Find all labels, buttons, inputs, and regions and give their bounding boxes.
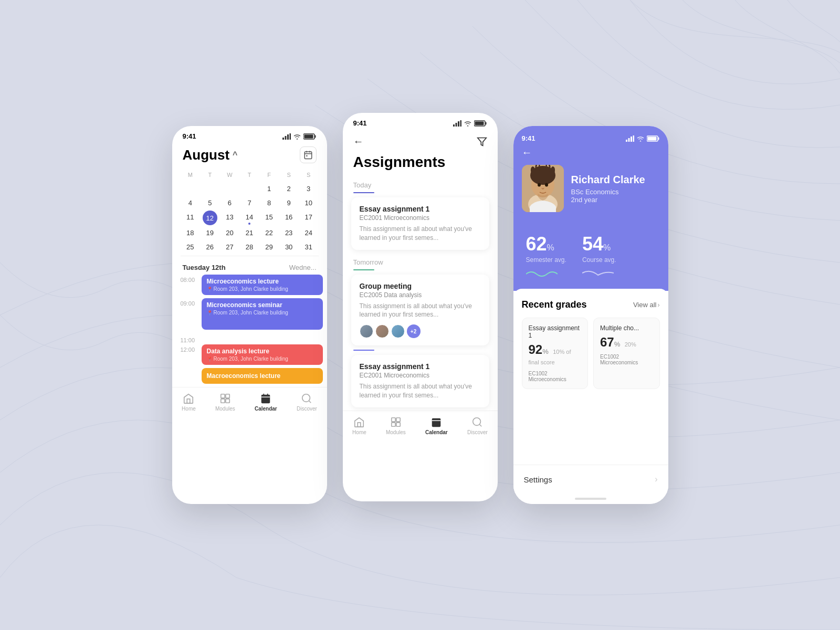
cal-day[interactable]: 19 xyxy=(200,226,220,239)
svg-rect-33 xyxy=(392,423,395,426)
modules-icon xyxy=(219,393,231,404)
cal-day[interactable]: 31 xyxy=(299,240,319,254)
calendar-header: August ^ xyxy=(172,142,327,170)
today-cell[interactable]: 12 xyxy=(203,211,217,225)
cal-day[interactable]: 27 xyxy=(220,240,240,254)
cal-day[interactable]: 16 xyxy=(279,211,299,225)
cal-day[interactable]: 5 xyxy=(200,196,220,209)
cal-day[interactable]: 26 xyxy=(200,240,220,254)
grade-card-1[interactable]: Essay assignment 1 92% 10% of final scor… xyxy=(522,318,589,389)
svg-rect-24 xyxy=(458,121,459,127)
filter-icon[interactable] xyxy=(477,136,487,147)
cal-day[interactable]: 2 xyxy=(279,182,299,195)
back-button-2[interactable]: ← xyxy=(353,135,364,148)
cal-day[interactable]: 1 xyxy=(259,182,279,195)
svg-rect-32 xyxy=(396,418,400,422)
cal-day[interactable]: 20 xyxy=(220,226,240,239)
event-data-analysis[interactable]: Data analysis lecture 📍 Room 203, John C… xyxy=(202,344,323,365)
svg-line-37 xyxy=(480,424,482,426)
calendar-icon-btn[interactable] xyxy=(300,146,317,163)
discover-icon-2 xyxy=(471,416,483,428)
status-icons-1 xyxy=(282,133,317,140)
scroll-indicator xyxy=(575,498,606,500)
cal-day[interactable]: 11 xyxy=(181,211,201,225)
month-title[interactable]: August ^ xyxy=(183,147,238,163)
nav-modules-2[interactable]: Modules xyxy=(386,416,406,435)
bottom-nav-2: Home Modules Calendar xyxy=(343,411,498,444)
days-header: M T W T F S S xyxy=(172,170,327,180)
cal-day[interactable]: 15 xyxy=(259,211,279,225)
nav-calendar-2[interactable]: Calendar xyxy=(425,416,448,435)
cal-day[interactable]: 24 xyxy=(299,226,319,239)
grade-card-2[interactable]: Multiple cho... 67% 20% EC1002Microecono… xyxy=(593,318,660,389)
assignment-card-1[interactable]: Essay assignment 1 EC2001 Microeconomics… xyxy=(351,197,489,250)
section-tomorrow-underline xyxy=(353,269,374,270)
cal-day[interactable]: 17 xyxy=(299,211,319,225)
profile-body: Recent grades View all › Essay assignmen… xyxy=(513,291,668,504)
cal-day[interactable]: 21 xyxy=(239,226,259,239)
home-icon-2 xyxy=(353,416,365,428)
signal-icon xyxy=(282,133,291,140)
settings-row[interactable]: Settings › xyxy=(513,465,668,494)
signal-icon-3 xyxy=(626,135,634,142)
cal-day[interactable]: 18 xyxy=(181,226,201,239)
svg-rect-38 xyxy=(626,140,627,142)
svg-rect-15 xyxy=(221,399,225,403)
cal-day[interactable]: 30 xyxy=(279,240,299,254)
cal-day[interactable]: 14 xyxy=(239,211,259,225)
schedule: 08:00 Microeconomics lecture 📍 Room 203,… xyxy=(172,275,327,387)
nav-home-1[interactable]: Home xyxy=(182,393,196,412)
svg-rect-2 xyxy=(287,134,289,140)
svg-rect-39 xyxy=(628,138,629,142)
cal-day[interactable]: 4 xyxy=(181,196,201,209)
section-tomorrow-label: Tomorrow xyxy=(343,254,498,268)
grades-section: Recent grades View all › Essay assignmen… xyxy=(513,289,668,397)
cal-day[interactable]: 23 xyxy=(279,226,299,239)
calendar-grid: 1 2 3 4 5 6 7 8 9 10 11 12 13 14 15 16 1… xyxy=(172,182,327,254)
cal-day[interactable]: 13 xyxy=(220,211,240,225)
avatar-group: +2 xyxy=(360,324,481,338)
status-icons-2 xyxy=(453,120,487,127)
phone-calendar: 9:41 xyxy=(172,126,327,504)
semester-wave xyxy=(526,268,558,278)
status-bar-3: 9:41 xyxy=(522,132,660,146)
event-microeconomics-seminar[interactable]: Microeconomics seminar 📍 Room 203, John … xyxy=(202,298,323,330)
phone-assignments: 9:41 xyxy=(343,113,498,501)
event-macroeconomics[interactable]: Macroeconomics lecture xyxy=(202,368,323,384)
cal-day[interactable]: 22 xyxy=(259,226,279,239)
cal-day[interactable]: 6 xyxy=(220,196,240,209)
event-microeconomics-lecture[interactable]: Microeconomics lecture 📍 Room 203, John … xyxy=(202,275,323,295)
nav-home-2[interactable]: Home xyxy=(352,416,366,435)
phone-profile: 9:41 xyxy=(513,126,668,504)
cal-day[interactable]: 8 xyxy=(259,196,279,209)
assignment-card-2[interactable]: Group meeting EC2005 Data analysis This … xyxy=(351,275,489,346)
status-bar-1: 9:41 xyxy=(172,126,327,142)
cal-day[interactable]: 9 xyxy=(279,196,299,209)
chevron-icon: ^ xyxy=(233,150,237,160)
svg-line-21 xyxy=(309,401,311,403)
avatar-2 xyxy=(375,324,389,338)
profile-header: 9:41 xyxy=(513,126,668,225)
cal-day[interactable]: 3 xyxy=(299,182,319,195)
cal-day[interactable]: 7 xyxy=(239,196,259,209)
svg-rect-40 xyxy=(631,136,632,142)
chevron-right-settings: › xyxy=(655,475,657,484)
time-1: 9:41 xyxy=(183,132,196,140)
signal-icon-2 xyxy=(453,120,461,127)
cal-day[interactable]: 28 xyxy=(239,240,259,254)
cal-day[interactable]: 25 xyxy=(181,240,201,254)
view-all-button[interactable]: View all › xyxy=(633,301,660,309)
nav-calendar-1[interactable]: Calendar xyxy=(255,393,277,412)
back-button-3[interactable]: ← xyxy=(522,146,660,159)
home-icon xyxy=(183,393,194,404)
profile-stats: 62% Semester avg. 54% Course avg. xyxy=(513,225,668,291)
svg-rect-3 xyxy=(289,133,291,140)
nav-discover-2[interactable]: Discover xyxy=(467,416,488,435)
cal-day[interactable]: 29 xyxy=(259,240,279,254)
assignment-card-3[interactable]: Essay assignment 1 EC2001 Microeconomics… xyxy=(351,355,489,407)
svg-rect-34 xyxy=(396,423,400,426)
svg-rect-22 xyxy=(453,124,455,127)
cal-day[interactable]: 10 xyxy=(299,196,319,209)
nav-modules-1[interactable]: Modules xyxy=(215,393,235,412)
nav-discover-1[interactable]: Discover xyxy=(297,393,317,412)
